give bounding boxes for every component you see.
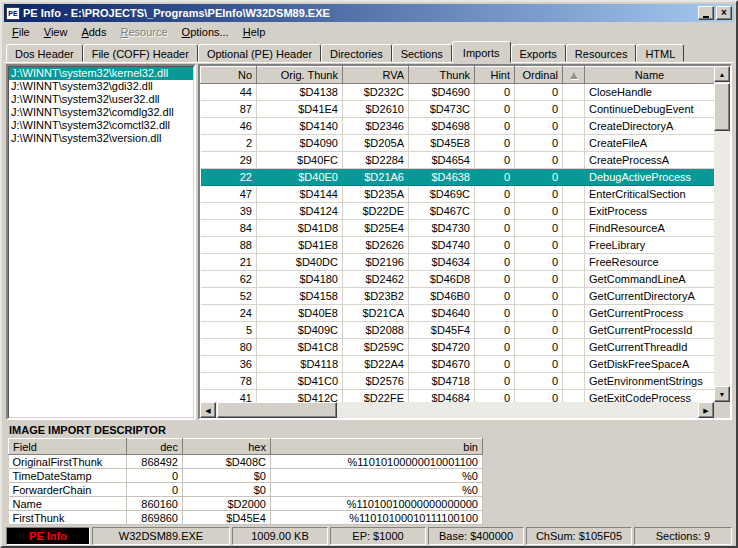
menu-item[interactable]: Adds <box>74 24 113 40</box>
import-row[interactable]: 80 $D41C8 $D259C $D4720 0 0 GetCurrentTh… <box>201 339 715 356</box>
cell-orig-thunk: $D4180 <box>257 271 343 288</box>
scroll-up-button[interactable]: ▲ <box>714 66 730 82</box>
import-row[interactable]: 21 $D40DC $D2196 $D4634 0 0 FreeResource <box>201 254 715 271</box>
titlebar-buttons: × <box>698 6 732 20</box>
column-header-hint[interactable]: Hint <box>475 67 515 84</box>
menu-item[interactable]: Options... <box>175 24 236 40</box>
import-row[interactable]: 39 $D4124 $D22DE $D467C 0 0 ExitProcess <box>201 203 715 220</box>
descriptor-cell-field: ForwarderChain <box>9 483 127 497</box>
column-header-name[interactable]: Name <box>585 67 715 84</box>
cell-thunk: $D4684 <box>409 390 475 403</box>
menu-item[interactable]: File <box>5 24 37 40</box>
import-row[interactable]: 5 $D409C $D2088 $D45F4 0 0 GetCurrentPro… <box>201 322 715 339</box>
scrollbar-corner <box>714 402 730 418</box>
close-button[interactable]: × <box>716 6 732 20</box>
descriptor-cell-hex: $0 <box>183 483 271 497</box>
scroll-left-button[interactable]: ◀ <box>200 402 216 418</box>
cell-ordinal: 0 <box>515 254 563 271</box>
column-header-thunk[interactable]: Thunk <box>409 67 475 84</box>
cell-rva: $D2346 <box>343 118 409 135</box>
tab[interactable]: Resources <box>566 44 637 62</box>
dll-list-item[interactable]: J:\WINNT\system32\gdi32.dll <box>9 80 193 93</box>
cell-sort-spacer <box>563 237 585 254</box>
import-row[interactable]: 84 $D41D8 $D25E4 $D4730 0 0 FindResource… <box>201 220 715 237</box>
cell-rva: $D2576 <box>343 373 409 390</box>
dll-list-item[interactable]: J:\WINNT\system32\kernel32.dll <box>9 67 193 80</box>
import-row[interactable]: 62 $D4180 $D2462 $D46D8 0 0 GetCommandLi… <box>201 271 715 288</box>
app-icon-text: PE <box>8 10 17 17</box>
tab[interactable]: Optional (PE) Header <box>198 44 321 62</box>
import-row[interactable]: 78 $D41C0 $D2576 $D4718 0 0 GetEnvironme… <box>201 373 715 390</box>
window-title: PE Info - E:\PROJECTS\_Programs\PEInfo\W… <box>23 7 698 19</box>
minimize-button[interactable] <box>698 6 714 20</box>
cell-rva: $D2088 <box>343 322 409 339</box>
cell-orig-thunk: $D4140 <box>257 118 343 135</box>
cell-no: 62 <box>201 271 257 288</box>
horizontal-scrollbar[interactable]: ◀ ▶ <box>200 402 714 418</box>
dll-list-item[interactable]: J:\WINNT\system32\user32.dll <box>9 93 193 106</box>
dll-list-item[interactable]: J:\WINNT\system32\comdlg32.dll <box>9 106 193 119</box>
import-row[interactable]: 24 $D40E8 $D21CA $D4640 0 0 GetCurrentPr… <box>201 305 715 322</box>
cell-ordinal: 0 <box>515 135 563 152</box>
cell-rva: $D2626 <box>343 237 409 254</box>
scroll-right-button[interactable]: ▶ <box>698 402 714 418</box>
tab[interactable]: Imports <box>452 41 511 63</box>
column-header-sort[interactable] <box>563 67 585 84</box>
menu-bar: FileViewAddsResourceOptions...Help <box>4 22 734 41</box>
import-row[interactable]: 2 $D4090 $D205A $D45E8 0 0 CreateFileA <box>201 135 715 152</box>
dll-list-item[interactable]: J:\WINNT\system32\version.dll <box>9 132 193 145</box>
import-row[interactable]: 29 $D40FC $D2284 $D4654 0 0 CreateProces… <box>201 152 715 169</box>
import-row[interactable]: 41 $D412C $D22FE $D4684 0 0 GetExitCodeP… <box>201 390 715 403</box>
import-row[interactable]: 87 $D41E4 $D2610 $D473C 0 0 ContinueDebu… <box>201 101 715 118</box>
descriptor-cell-bin: %11010100010111100100 <box>271 511 483 525</box>
import-row[interactable]: 22 $D40E0 $D21A6 $D4638 0 0 DebugActiveP… <box>201 169 715 186</box>
tab[interactable]: Sections <box>392 44 452 62</box>
column-header-orig-thunk[interactable]: Orig. Thunk <box>257 67 343 84</box>
vertical-scroll-thumb[interactable] <box>714 83 730 131</box>
cell-rva: $D235A <box>343 186 409 203</box>
menu-item[interactable]: Help <box>236 24 273 40</box>
cell-ordinal: 0 <box>515 339 563 356</box>
tab[interactable]: Directories <box>321 44 392 62</box>
tab[interactable]: HTML <box>636 44 684 62</box>
import-row[interactable]: 52 $D4158 $D23B2 $D46B0 0 0 GetCurrentDi… <box>201 288 715 305</box>
cell-name: GetCurrentThreadId <box>585 339 715 356</box>
tab[interactable]: File (COFF) Header <box>83 44 198 62</box>
cell-sort-spacer <box>563 288 585 305</box>
cell-hint: 0 <box>475 254 515 271</box>
close-icon: × <box>721 8 727 18</box>
scroll-down-button[interactable]: ▼ <box>714 386 730 402</box>
cell-no: 29 <box>201 152 257 169</box>
cell-sort-spacer <box>563 152 585 169</box>
cell-no: 36 <box>201 356 257 373</box>
import-row[interactable]: 36 $D4118 $D22A4 $D4670 0 0 GetDiskFreeS… <box>201 356 715 373</box>
column-header-ordinal[interactable]: Ordinal <box>515 67 563 84</box>
cell-hint: 0 <box>475 305 515 322</box>
tab[interactable]: Exports <box>511 44 566 62</box>
menu-item[interactable]: Resource <box>114 24 175 40</box>
import-row[interactable]: 46 $D4140 $D2346 $D4698 0 0 CreateDirect… <box>201 118 715 135</box>
dll-list-item[interactable]: J:\WINNT\system32\comctl32.dll <box>9 119 193 132</box>
tab-strip: Dos HeaderFile (COFF) HeaderOptional (PE… <box>4 41 734 63</box>
cell-orig-thunk: $D412C <box>257 390 343 403</box>
import-descriptor-panel: IMAGE IMPORT DESCRIPTOR Field dec hex bi… <box>4 422 734 525</box>
arrow-down-icon: ▼ <box>719 391 726 398</box>
descriptor-column-field: Field <box>9 439 127 455</box>
vertical-scrollbar[interactable]: ▲ ▼ <box>714 66 730 402</box>
menu-item[interactable]: View <box>37 24 75 40</box>
cell-rva: $D23B2 <box>343 288 409 305</box>
tab[interactable]: Dos Header <box>6 44 83 62</box>
column-header-no[interactable]: No <box>201 67 257 84</box>
import-row[interactable]: 47 $D4144 $D235A $D469C 0 0 EnterCritica… <box>201 186 715 203</box>
cell-no: 78 <box>201 373 257 390</box>
cell-ordinal: 0 <box>515 237 563 254</box>
import-row[interactable]: 88 $D41E8 $D2626 $D4740 0 0 FreeLibrary <box>201 237 715 254</box>
imports-table-area: No Orig. Thunk RVA Thunk Hint Ordinal Na… <box>200 66 714 402</box>
descriptor-column-hex: hex <box>183 439 271 455</box>
import-row[interactable]: 44 $D4138 $D232C $D4690 0 0 CloseHandle <box>201 84 715 101</box>
cell-hint: 0 <box>475 322 515 339</box>
horizontal-scroll-thumb[interactable] <box>217 402 337 418</box>
descriptor-row: FirstThunk 869860 $D45E4 %11010100010111… <box>9 511 483 525</box>
cell-hint: 0 <box>475 288 515 305</box>
column-header-rva[interactable]: RVA <box>343 67 409 84</box>
